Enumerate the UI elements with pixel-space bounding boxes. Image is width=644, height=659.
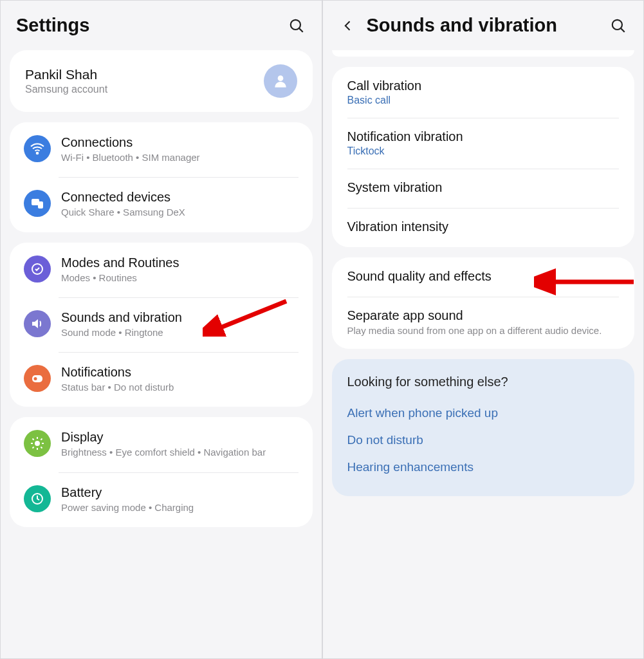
sounds-header: Sounds and vibration (323, 1, 644, 45)
settings-panel: Settings Pankil Shah Samsung account (0, 0, 322, 659)
svg-point-8 (34, 377, 37, 380)
row-title: Vibration intensity (347, 219, 620, 234)
row-sub: Power saving mode • Charging (61, 501, 299, 514)
row-title: Modes and Routines (61, 255, 299, 270)
avatar[interactable] (264, 64, 297, 98)
row-title: Battery (61, 485, 299, 500)
row-sub: Status bar • Do not disturb (61, 381, 299, 394)
sounds-group: Call vibration Basic call Notification v… (332, 67, 635, 247)
svg-line-17 (33, 447, 34, 449)
svg-point-20 (612, 19, 622, 29)
item-system-vibration[interactable]: System vibration (332, 169, 635, 208)
row-sub: Sound mode • Ringtone (61, 326, 299, 339)
row-title: Connected devices (61, 190, 299, 205)
svg-line-18 (41, 439, 42, 440)
item-battery[interactable]: Battery Power saving mode • Charging (10, 472, 313, 527)
card-edge (332, 50, 635, 57)
settings-header: Settings (1, 1, 322, 45)
row-title: Separate app sound (347, 308, 620, 323)
row-sub: Quick Share • Samsung DeX (61, 206, 299, 219)
svg-point-2 (277, 75, 283, 81)
item-notifications[interactable]: Notifications Status bar • Do not distur… (10, 352, 313, 407)
item-display[interactable]: Display Brightness • Eye comfort shield … (10, 417, 313, 472)
svg-point-3 (37, 153, 39, 154)
row-title: Connections (61, 135, 299, 150)
tip-card: Looking for something else? Alert when p… (332, 359, 635, 496)
settings-group: Connections Wi-Fi • Bluetooth • SIM mana… (10, 122, 313, 232)
account-card[interactable]: Pankil Shah Samsung account (10, 50, 313, 112)
tip-link-alert[interactable]: Alert when phone picked up (347, 400, 620, 427)
page-title: Sounds and vibration (367, 15, 609, 36)
sounds-group: Sound quality and effects Separate app s… (332, 257, 635, 349)
modes-icon (24, 255, 51, 283)
wifi-icon (24, 135, 51, 162)
item-modes-routines[interactable]: Modes and Routines Modes • Routines (10, 243, 313, 297)
row-title: System vibration (347, 180, 620, 195)
account-name: Pankil Shah (25, 67, 264, 82)
svg-point-0 (290, 19, 300, 29)
search-button[interactable] (287, 16, 306, 35)
account-sub: Samsung account (25, 84, 264, 95)
svg-point-10 (35, 441, 40, 446)
tip-link-hearing[interactable]: Hearing enhancements (347, 454, 620, 481)
search-button[interactable] (609, 16, 628, 35)
person-icon (272, 73, 289, 89)
svg-line-1 (299, 28, 303, 32)
sound-icon (24, 310, 51, 337)
row-sub: Brightness • Eye comfort shield • Naviga… (61, 446, 299, 459)
item-vibration-intensity[interactable]: Vibration intensity (332, 208, 635, 247)
row-title: Sounds and vibration (61, 310, 299, 325)
devices-icon (24, 190, 51, 217)
row-value: Ticktock (347, 145, 620, 157)
item-connected-devices[interactable]: Connected devices Quick Share • Samsung … (10, 177, 313, 232)
tip-link-dnd[interactable]: Do not disturb (347, 427, 620, 454)
sounds-panel: Sounds and vibration Call vibration Basi… (322, 0, 645, 659)
sounds-content: Call vibration Basic call Notification v… (323, 45, 644, 658)
settings-group: Display Brightness • Eye comfort shield … (10, 417, 313, 527)
settings-group: Modes and Routines Modes • Routines Soun… (10, 243, 313, 407)
settings-content: Pankil Shah Samsung account Connections … (1, 45, 322, 658)
row-sub: Modes • Routines (61, 272, 299, 284)
svg-line-15 (33, 439, 34, 440)
item-connections[interactable]: Connections Wi-Fi • Bluetooth • SIM mana… (10, 122, 313, 177)
item-sound-quality-effects[interactable]: Sound quality and effects (332, 257, 635, 297)
page-title: Settings (16, 15, 287, 36)
chevron-left-icon (342, 19, 354, 32)
svg-rect-7 (32, 375, 42, 382)
row-title: Sound quality and effects (347, 269, 620, 284)
search-icon (288, 17, 305, 34)
row-title: Notifications (61, 365, 299, 380)
battery-icon (24, 485, 51, 512)
item-separate-app-sound[interactable]: Separate app sound Play media sound from… (332, 297, 635, 349)
display-icon (24, 430, 51, 457)
row-sub: Wi-Fi • Bluetooth • SIM manager (61, 151, 299, 164)
tip-title: Looking for something else? (347, 375, 620, 389)
svg-line-16 (41, 447, 42, 449)
row-title: Call vibration (347, 79, 620, 93)
back-button[interactable] (338, 16, 358, 35)
item-call-vibration[interactable]: Call vibration Basic call (332, 67, 635, 118)
row-title: Notification vibration (347, 129, 620, 144)
svg-rect-5 (38, 201, 43, 209)
item-notification-vibration[interactable]: Notification vibration Ticktock (332, 118, 635, 169)
row-title: Display (61, 430, 299, 445)
row-value: Basic call (347, 95, 620, 106)
item-sounds-vibration[interactable]: Sounds and vibration Sound mode • Ringto… (10, 297, 313, 352)
svg-line-21 (621, 28, 625, 32)
search-icon (610, 17, 627, 34)
row-sub: Play media sound from one app on a diffe… (347, 324, 620, 337)
notification-icon (24, 365, 51, 392)
